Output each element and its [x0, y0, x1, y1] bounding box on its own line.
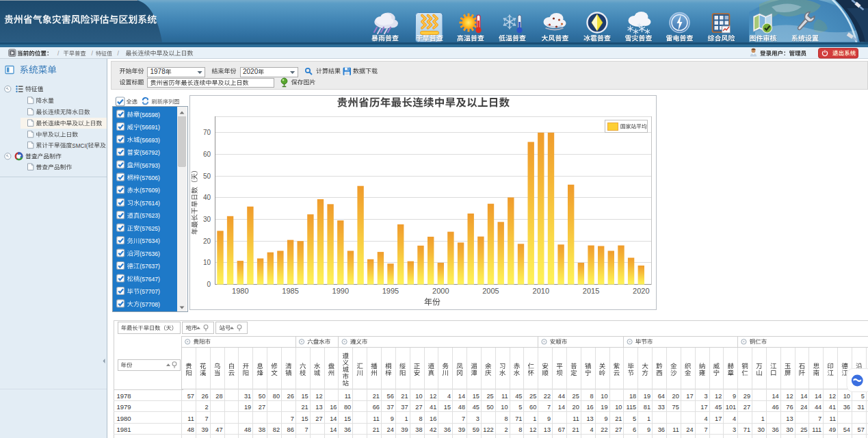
svg-text:64: 64	[658, 393, 665, 400]
svg-text:49: 49	[829, 426, 836, 433]
svg-text:11: 11	[373, 415, 380, 422]
svg-text:1981: 1981	[116, 426, 131, 433]
svg-text:12: 12	[430, 393, 436, 400]
svg-text:36: 36	[843, 404, 850, 411]
svg-text:67: 67	[558, 426, 565, 433]
svg-text:25: 25	[573, 393, 579, 400]
svg-text:19: 19	[244, 404, 251, 411]
svg-text:0: 0	[207, 281, 211, 288]
svg-text:36: 36	[772, 426, 778, 433]
svg-text:42: 42	[430, 426, 436, 433]
svg-text:(57637): (57637)	[140, 263, 160, 270]
svg-text:(57708): (57708)	[140, 301, 160, 308]
svg-text:40: 40	[203, 194, 211, 201]
svg-text:22: 22	[601, 426, 607, 433]
svg-text:70: 70	[203, 129, 211, 136]
svg-text:37: 37	[401, 404, 408, 411]
svg-text:15: 15	[444, 404, 451, 411]
svg-text:66: 66	[373, 404, 380, 411]
svg-text:1: 1	[404, 415, 408, 422]
svg-text:10: 10	[843, 393, 850, 400]
svg-text:(56598): (56598)	[140, 112, 160, 118]
svg-text:27: 27	[259, 404, 265, 411]
svg-text:(57647): (57647)	[140, 276, 160, 283]
svg-text:15: 15	[473, 393, 479, 400]
svg-text:10: 10	[501, 404, 508, 411]
svg-text:2020: 2020	[243, 68, 259, 75]
svg-text:12: 12	[529, 426, 536, 433]
svg-text:9: 9	[547, 415, 551, 422]
svg-text:57: 57	[187, 393, 194, 400]
svg-text:39: 39	[201, 426, 208, 433]
svg-text:4: 4	[704, 415, 707, 422]
svg-text:11: 11	[345, 393, 352, 400]
svg-text:9: 9	[733, 393, 736, 400]
svg-text:7: 7	[205, 415, 209, 422]
svg-text:19: 19	[644, 393, 650, 400]
svg-text:44: 44	[815, 404, 821, 411]
svg-text:29: 29	[744, 393, 750, 400]
svg-text:11: 11	[573, 415, 579, 422]
svg-text:10: 10	[601, 393, 607, 400]
svg-text:8: 8	[518, 426, 522, 433]
svg-text:57: 57	[858, 426, 865, 433]
svg-text:11: 11	[672, 426, 679, 433]
svg-text:SMCI(: SMCI(	[72, 143, 88, 149]
svg-text:17: 17	[686, 393, 693, 400]
svg-text:20: 20	[203, 237, 211, 245]
svg-text:60: 60	[203, 151, 211, 158]
svg-text:1978: 1978	[116, 392, 131, 400]
svg-text:(57606): (57606)	[140, 175, 160, 181]
svg-text:(57707): (57707)	[140, 288, 160, 295]
svg-text:5: 5	[861, 393, 865, 400]
svg-text:1990: 1990	[332, 287, 349, 295]
svg-text:21: 21	[373, 393, 380, 400]
svg-text:48: 48	[244, 426, 251, 433]
svg-text:2015: 2015	[583, 287, 599, 295]
svg-text:18: 18	[629, 393, 636, 400]
svg-text:47: 47	[215, 426, 222, 433]
svg-text:7: 7	[462, 415, 465, 422]
svg-text:11: 11	[830, 415, 837, 422]
svg-text:36: 36	[444, 426, 451, 433]
svg-text:2000: 2000	[432, 287, 449, 295]
svg-text:39: 39	[401, 426, 408, 433]
svg-text:45: 45	[715, 404, 722, 411]
svg-text:27: 27	[315, 415, 322, 422]
svg-text:36: 36	[344, 426, 351, 433]
svg-text:28: 28	[215, 393, 222, 400]
svg-text:(56693): (56693)	[140, 137, 160, 144]
svg-text:44: 44	[558, 393, 565, 400]
svg-text:11: 11	[501, 393, 508, 400]
svg-text:9: 9	[647, 426, 650, 433]
svg-text:5: 5	[633, 415, 636, 422]
svg-text:1978: 1978	[150, 68, 166, 75]
svg-text:30: 30	[758, 426, 765, 433]
svg-text:1980: 1980	[116, 415, 131, 422]
svg-text:3: 3	[704, 393, 707, 400]
svg-text:27: 27	[415, 404, 422, 411]
svg-text:(57609): (57609)	[140, 187, 160, 194]
svg-text:5: 5	[518, 404, 522, 411]
svg-text:14: 14	[772, 393, 778, 400]
svg-text:9: 9	[391, 415, 394, 422]
svg-text:7: 7	[291, 415, 294, 422]
svg-text:4: 4	[447, 393, 451, 400]
svg-text:(57634): (57634)	[140, 237, 160, 244]
svg-text:59: 59	[473, 426, 479, 433]
svg-text:80: 80	[273, 393, 280, 400]
svg-text:82: 82	[273, 426, 280, 433]
svg-text:24: 24	[387, 426, 394, 433]
svg-text:30: 30	[203, 216, 211, 223]
svg-text:14: 14	[330, 415, 337, 422]
svg-text:31: 31	[244, 393, 251, 400]
svg-text:1979: 1979	[116, 403, 131, 411]
svg-text:50: 50	[203, 172, 211, 180]
svg-text:2010: 2010	[533, 287, 549, 295]
svg-text:(57625): (57625)	[140, 225, 160, 232]
svg-text:3: 3	[733, 426, 736, 433]
svg-text:15: 15	[301, 415, 308, 422]
svg-text:80: 80	[344, 404, 351, 411]
svg-text:24: 24	[800, 404, 807, 411]
svg-text:45: 45	[473, 404, 479, 411]
